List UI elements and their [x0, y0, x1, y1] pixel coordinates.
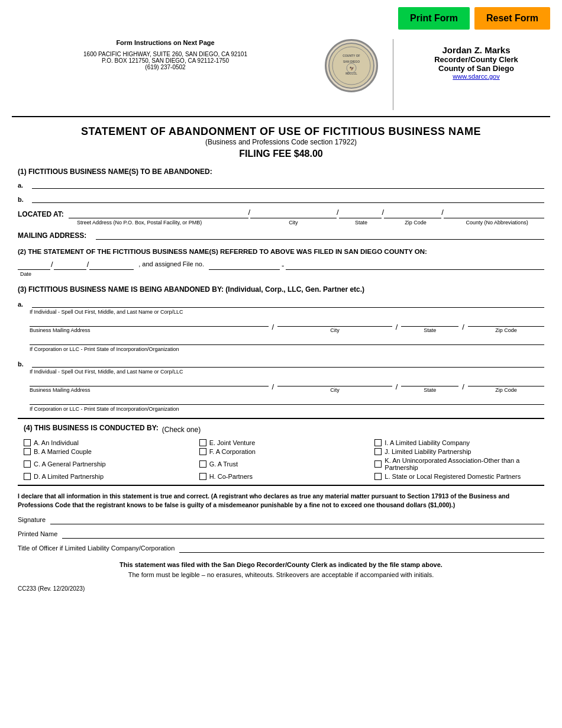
- svg-point-0: [329, 43, 374, 88]
- recorder-name: Jordan Z. Marks Recorder/County Clerk Co…: [434, 45, 518, 80]
- form-subtitle: (Business and Professions Code section 1…: [18, 138, 544, 146]
- checkbox-E[interactable]: E. Joint Venture: [199, 439, 369, 446]
- section-1: (1) FICTITIOUS BUSINESS NAME(S) TO BE AB…: [18, 167, 544, 240]
- svg-text:COUNTY OF: COUNTY OF: [343, 54, 360, 57]
- section3-header: (3) FICTITIOUS BUSINESS NAME IS BEING AB…: [18, 285, 544, 294]
- footer-line2: The form must be legible – no erasures, …: [18, 570, 544, 580]
- mailing-address-label: MAILING ADDRESS:: [18, 231, 86, 240]
- checkbox-L[interactable]: L. State or Local Registered Domestic Pa…: [374, 473, 544, 480]
- website-link[interactable]: www.sdarcc.gov: [453, 73, 499, 80]
- business-address-label-a: Business Mailing Address: [30, 327, 269, 333]
- svg-text:SAN DIEGO: SAN DIEGO: [343, 60, 360, 63]
- checkbox-A[interactable]: A. An Individual: [24, 439, 193, 446]
- state-label-b: State: [401, 387, 458, 393]
- individual-sublabel-b: If Individual - Spell Out First, Middle,…: [30, 369, 544, 375]
- signature-row: Signature: [18, 515, 544, 524]
- printed-name-row: Printed Name: [18, 529, 544, 539]
- check-one-label: (Check one): [162, 426, 201, 434]
- filing-fee: FILING FEE $48.00: [18, 149, 544, 159]
- footer-block: This statement was filed with the San Di…: [18, 560, 544, 579]
- checkbox-K[interactable]: K. An Unincorporated Association-Other t…: [374, 457, 544, 471]
- state-label-a: State: [401, 327, 458, 333]
- city-label-b: City: [277, 387, 392, 393]
- section-2: (2) THE STATEMENT OF THE FICTITIOUS BUSI…: [18, 248, 544, 277]
- section3-item-a: a. If Individual - Spell Out First, Midd…: [18, 298, 544, 352]
- section1-item-b: b.: [18, 194, 544, 203]
- phone: (619) 237-0502: [145, 64, 185, 70]
- checkbox-D[interactable]: D. A Limited Partnership: [24, 473, 193, 480]
- section1-header: (1) FICTITIOUS BUSINESS NAME(S) TO BE AB…: [18, 167, 544, 176]
- section-3: (3) FICTITIOUS BUSINESS NAME IS BEING AB…: [18, 285, 544, 412]
- section3-item-b: b. If Individual - Spell Out First, Midd…: [18, 358, 544, 412]
- section2-header: (2) THE STATEMENT OF THE FICTITIOUS BUSI…: [18, 248, 544, 255]
- form-title-block: STATEMENT OF ABANDONMENT OF USE OF FICTI…: [18, 125, 544, 159]
- checkboxes-grid: A. An Individual E. Joint Venture I. A L…: [24, 439, 544, 480]
- city-sublabel: City: [253, 220, 334, 226]
- located-at-label: LOCATED AT:: [18, 210, 64, 218]
- checkbox-I[interactable]: I. A Limited Liability Company: [374, 439, 544, 446]
- corp-sublabel-b: If Corporation or LLC - Print State of I…: [30, 406, 544, 412]
- and-assigned-text: , and assigned File no.: [138, 260, 204, 268]
- section4-header: (4) THIS BUSINESS IS CONDUCTED BY:: [24, 424, 159, 432]
- footer-line1: This statement was filed with the San Di…: [18, 560, 544, 570]
- section1-item-a: a.: [18, 179, 544, 189]
- business-address-label-b: Business Mailing Address: [30, 387, 269, 393]
- declaration-text: I declare that all information in this s…: [18, 492, 544, 509]
- checkbox-G[interactable]: G. A Trust: [199, 457, 369, 471]
- state-sublabel: State: [341, 220, 382, 226]
- city-label-a: City: [277, 327, 392, 333]
- individual-sublabel-a: If Individual - Spell Out First, Middle,…: [30, 309, 544, 315]
- reset-form-button[interactable]: Reset Form: [474, 7, 550, 30]
- title-row: Title of Officer if Limited Liability Co…: [18, 543, 544, 553]
- address-line1: 1600 PACIFIC HIGHWAY, SUITE 260, SAN DIE…: [83, 51, 247, 57]
- county-sublabel: County (No Abbreviations): [450, 220, 544, 226]
- zip-label-a: Zip Code: [468, 327, 544, 333]
- form-title: STATEMENT OF ABANDONMENT OF USE OF FICTI…: [18, 125, 544, 138]
- form-number: CC233 (Rev. 12/20/2023): [18, 585, 544, 592]
- corp-sublabel-a: If Corporation or LLC - Print State of I…: [30, 346, 544, 352]
- form-instructions-label: Form Instructions on Next Page: [116, 39, 214, 46]
- address-line2: P.O. BOX 121750, SAN DIEGO, CA 92112-175…: [102, 57, 229, 64]
- zip-label-b: Zip Code: [468, 387, 544, 393]
- checkbox-H[interactable]: H. Co-Partners: [199, 473, 369, 480]
- checkbox-F[interactable]: F. A Corporation: [199, 448, 369, 455]
- zip-sublabel: Zip Code: [389, 220, 443, 226]
- date-label: Date: [20, 271, 544, 277]
- section-4: (4) THIS BUSINESS IS CONDUCTED BY: (Chec…: [18, 418, 544, 486]
- declaration-section: I declare that all information in this s…: [18, 492, 544, 553]
- print-form-button[interactable]: Print Form: [398, 7, 470, 30]
- checkbox-J[interactable]: J. Limited Liability Partnership: [374, 448, 544, 455]
- checkbox-B[interactable]: B. A Married Couple: [24, 448, 193, 455]
- checkbox-C[interactable]: C. A General Partnership: [24, 457, 193, 471]
- county-seal: COUNTY OF SAN DIEGO MDCCCL 🦅: [325, 39, 378, 92]
- street-sublabel: Street Address (No P.O. Box, Postal Faci…: [77, 220, 246, 226]
- svg-text:🦅: 🦅: [350, 66, 354, 71]
